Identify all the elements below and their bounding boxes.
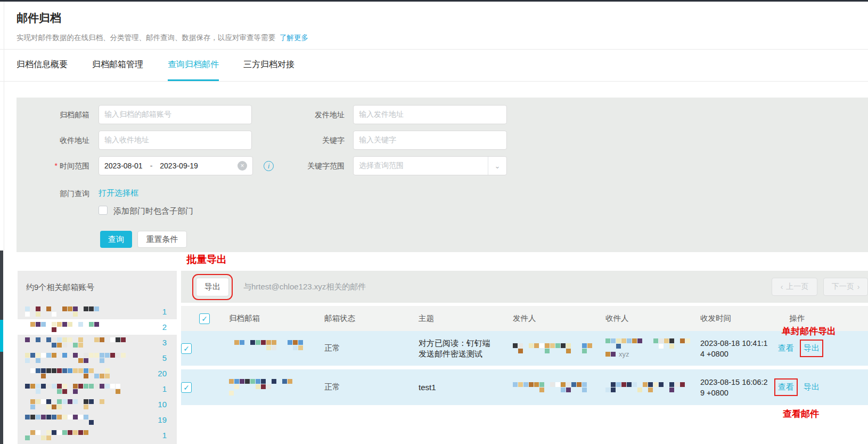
- mailbox-list-item[interactable]: 1: [18, 381, 177, 397]
- page-left-border: [4, 2, 4, 251]
- row-checkbox[interactable]: ✓: [181, 382, 192, 393]
- mail-subject: test1: [419, 382, 436, 393]
- col-header-archive-mailbox: 归档邮箱: [228, 306, 321, 331]
- next-page-button[interactable]: 下一页 ›: [823, 278, 868, 296]
- next-arrow-icon: ›: [857, 282, 860, 291]
- table-toolbar: 导出 与hrtest@chloe123.xyz相关的邮件 ‹ 上一页 下一页 ›: [181, 271, 868, 303]
- prev-page-button[interactable]: ‹ 上一页: [772, 278, 817, 296]
- tabs-divider: [0, 81, 868, 82]
- tab-archive-summary[interactable]: 归档信息概要: [17, 49, 68, 81]
- recipient-address-input[interactable]: 输入收件地址: [99, 131, 252, 150]
- export-mail-link[interactable]: 导出: [804, 343, 820, 353]
- masked-recipient: [605, 338, 692, 349]
- masked-archive-mailbox: [229, 340, 305, 351]
- tab-archive-mailbox-management[interactable]: 归档邮箱管理: [92, 49, 143, 81]
- mailbox-list-item[interactable]: 1: [18, 427, 177, 443]
- include-sub-department-checkbox[interactable]: [99, 206, 108, 215]
- mail-subject: 对方已阅读：钉钉端发送邮件密送测试: [419, 338, 496, 359]
- mail-time: 2023-08-15 16:06:29 +0800: [700, 377, 768, 398]
- masked-email: [25, 337, 129, 348]
- mailbox-list-item[interactable]: 1: [18, 304, 177, 319]
- page-subtitle-text: 实现对邮件数据的在线归档、分类管理、邮件查询、数据保存，以应对审查等需要: [17, 34, 275, 42]
- tab-query-archived-mail[interactable]: 查询归档邮件: [168, 49, 219, 81]
- masked-email: [25, 322, 105, 333]
- window-top-edge: [0, 0, 868, 2]
- related-mailboxes-header: 约9个相关邮箱账号: [18, 271, 177, 304]
- masked-email: [25, 353, 126, 364]
- masked-email: [25, 430, 89, 441]
- masked-email: [25, 399, 105, 410]
- mailbox-list-item-selected[interactable]: 2: [18, 319, 177, 335]
- keyword-scope-label: 关键字范围: [261, 162, 345, 171]
- time-range-input[interactable]: 2023-08-01 - 2023-09-19 ×: [99, 156, 253, 175]
- filter-panel: 归档邮箱 输入归档的邮箱账号 发件地址 输入发件地址 收件地址 输入收件地址 关…: [17, 98, 868, 252]
- annotation-batch-export: 批量导出: [186, 253, 227, 267]
- archive-mailbox-label: 归档邮箱: [17, 110, 89, 120]
- tab-third-party-archive[interactable]: 三方归档对接: [243, 49, 294, 81]
- mailbox-list-item[interactable]: 20: [18, 366, 177, 381]
- time-range-end[interactable]: 2023-09-19: [160, 162, 198, 170]
- mailbox-list-item[interactable]: 3: [18, 335, 177, 350]
- left-scroll-rail-thumb[interactable]: [0, 320, 3, 352]
- required-asterisk: *: [55, 162, 58, 170]
- mailbox-list-item[interactable]: 10: [18, 397, 177, 412]
- masked-recipient: [605, 382, 686, 393]
- select-all-checkbox[interactable]: ✓: [199, 313, 210, 324]
- mailbox-status: 正常: [321, 369, 419, 405]
- masked-email: [25, 306, 102, 317]
- view-mail-link[interactable]: 查看: [778, 343, 794, 353]
- masked-email: [25, 368, 113, 379]
- col-header-subject: 主题: [419, 306, 513, 331]
- related-mailboxes-panel: 约9个相关邮箱账号 1 2 3 5 20 1 10 19 1: [18, 271, 177, 444]
- time-range-start[interactable]: 2023-08-01: [104, 162, 143, 170]
- learn-more-link[interactable]: 了解更多: [280, 34, 308, 42]
- masked-sender: [513, 382, 592, 393]
- page-subtitle: 实现对邮件数据的在线归档、分类管理、邮件查询、数据保存，以应对审查等需要了解更多: [17, 33, 308, 43]
- annotation-single-mail-export: 单封邮件导出: [782, 325, 836, 337]
- table-row[interactable]: ✓ 正常 对方已阅读：钉钉端发送邮件密送测试 xyz 2023-08-18 10…: [181, 331, 868, 366]
- tab-bar: 归档信息概要 归档邮箱管理 查询归档邮件 三方归档对接: [17, 49, 319, 81]
- batch-export-button[interactable]: 导出: [196, 278, 229, 296]
- export-mail-link[interactable]: 导出: [804, 382, 820, 392]
- recipient-address-label: 收件地址: [17, 136, 89, 146]
- table-row[interactable]: ✓ 正常 test1 2023-08-15 16:06:29 +0800 查看 …: [181, 369, 868, 405]
- view-mail-link[interactable]: 查看: [778, 382, 794, 392]
- keyword-label: 关键字: [261, 136, 345, 146]
- mail-time: 2023-08-18 10:41:14 +0800: [700, 338, 768, 359]
- table-header-row: ✓ 归档邮箱 邮箱状态 主题 发件人 收件人 收发时间 操作: [181, 306, 868, 331]
- reset-button[interactable]: 重置条件: [137, 231, 187, 248]
- masked-email: [25, 415, 97, 425]
- prev-arrow-icon: ‹: [781, 282, 783, 291]
- page-title: 邮件归档: [17, 11, 61, 26]
- archive-mailbox-input[interactable]: 输入归档的邮箱账号: [99, 105, 252, 124]
- mailbox-list-item[interactable]: 19: [18, 412, 177, 427]
- col-header-recipient: 收件人: [605, 306, 700, 331]
- clear-date-icon[interactable]: ×: [238, 161, 247, 171]
- department-query-label: 部门查询: [17, 189, 89, 199]
- mailbox-status: 正常: [321, 331, 419, 366]
- row-checkbox[interactable]: ✓: [181, 343, 192, 354]
- masked-email: [25, 384, 124, 394]
- masked-archive-mailbox: [229, 379, 302, 390]
- mailbox-list-item[interactable]: 5: [18, 350, 177, 366]
- chevron-down-icon: ⌄: [488, 157, 506, 175]
- time-range-label: *时间范围: [17, 162, 89, 171]
- include-sub-department-label: 添加部门时包含子部门: [113, 206, 193, 216]
- sender-address-label: 发件地址: [261, 110, 345, 120]
- search-button[interactable]: 查询: [100, 231, 132, 248]
- col-header-time: 收发时间: [700, 306, 775, 331]
- masked-sender: [513, 343, 593, 354]
- sender-address-input[interactable]: 输入发件地址: [353, 105, 507, 124]
- keyword-scope-select[interactable]: 选择查询范围 ⌄: [353, 156, 507, 175]
- annotation-view-mail: 查看邮件: [783, 408, 819, 420]
- recipient-tail-text: xyz: [619, 350, 629, 358]
- col-header-mailbox-status: 邮箱状态: [321, 306, 419, 331]
- related-mail-text: 与hrtest@chloe123.xyz相关的邮件: [243, 271, 366, 303]
- open-department-selector-link[interactable]: 打开选择框: [99, 188, 138, 198]
- keyword-input[interactable]: 输入关键字: [353, 131, 507, 150]
- col-header-sender: 发件人: [513, 306, 605, 331]
